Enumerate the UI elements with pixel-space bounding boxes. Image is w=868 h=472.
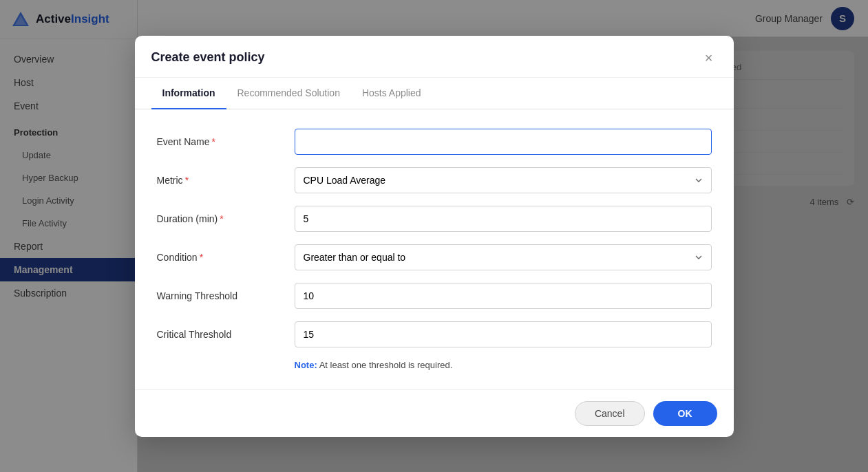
event-name-label: Event Name* [157,136,295,147]
condition-label: Condition* [157,252,295,263]
modal-tabs: Information Recommended Solution Hosts A… [135,78,734,109]
warning-threshold-row: Warning Threshold [157,283,712,309]
event-name-row: Event Name* [157,129,712,155]
warning-threshold-input[interactable] [295,283,712,309]
warning-threshold-label: Warning Threshold [157,290,295,301]
modal: Create event policy × Information Recomm… [135,36,734,437]
modal-title: Create event policy [151,50,265,65]
modal-close-button[interactable]: × [701,50,717,66]
condition-select[interactable]: Greater than or equal to Less than or eq… [295,244,712,270]
modal-header: Create event policy × [135,36,734,78]
tab-recommended-solution[interactable]: Recommended Solution [226,78,351,109]
cancel-button[interactable]: Cancel [575,401,645,426]
ok-button[interactable]: OK [653,401,717,426]
critical-threshold-input[interactable] [295,321,712,347]
metric-label: Metric* [157,175,295,186]
metric-select[interactable]: CPU Load Average Memory Usage Disk Usage… [295,167,712,193]
modal-overlay: Create event policy × Information Recomm… [0,0,868,472]
note-row: Note: At least one threshold is required… [157,360,712,370]
duration-required: * [220,213,223,224]
note-text: At least one threshold is required. [319,360,453,370]
duration-input[interactable] [295,206,712,232]
metric-row: Metric* CPU Load Average Memory Usage Di… [157,167,712,193]
critical-threshold-row: Critical Threshold [157,321,712,347]
condition-row: Condition* Greater than or equal to Less… [157,244,712,270]
condition-required: * [200,252,203,263]
modal-footer: Cancel OK [135,389,734,437]
modal-body: Event Name* Metric* CPU Load Average Mem… [135,109,734,389]
note-prefix: Note: [295,360,317,370]
critical-threshold-label: Critical Threshold [157,329,295,340]
duration-label: Duration (min)* [157,213,295,224]
event-name-required: * [212,136,215,147]
event-name-input[interactable] [295,129,712,155]
tab-hosts-applied[interactable]: Hosts Applied [351,78,432,109]
duration-row: Duration (min)* [157,206,712,232]
tab-information[interactable]: Information [151,78,226,109]
metric-required: * [185,175,189,186]
